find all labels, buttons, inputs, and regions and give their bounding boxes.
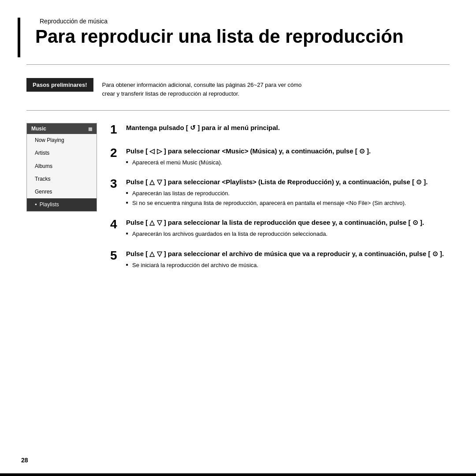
steps-section: 1 Mantenga pulsado [ ↺ ] para ir al menú… [110,123,450,280]
step-1-content: Mantenga pulsado [ ↺ ] para ir al menú p… [126,123,450,135]
sidebar-header-icon: ▦ [88,126,92,131]
prelim-text-line2: crear y transferir listas de reproducció… [102,90,239,97]
step-4-content: Pulse [ △ ▽ ] para seleccionar la lista … [126,218,450,239]
divider-top [26,64,450,65]
step-4-bullet-1: Aparecerán los archivos guardados en la … [126,230,450,238]
step-3-content: Pulse [ △ ▽ ] para seleccionar <Playlist… [126,177,450,208]
step-5-bullets: Se iniciará la reproducción del archivo … [126,261,450,270]
step-4-title: Pulse [ △ ▽ ] para seleccionar la lista … [126,218,450,227]
page-container: Reproducción de música Para reproducir u… [0,0,476,476]
sidebar-item-artists[interactable]: Artists [27,147,97,160]
prelim-badge: Pasos preliminares! [26,78,93,92]
sidebar-item-genres[interactable]: Genres [27,186,97,198]
step-2-number: 2 [110,146,126,160]
sidebar-item-tracks[interactable]: Tracks [27,173,97,186]
sidebar-item-playlists[interactable]: Playlists [27,198,97,211]
step-2: 2 Pulse [ ◁ ▷ ] para seleccionar <Music>… [110,146,450,168]
step-4-number: 4 [110,218,126,231]
step-5-number: 5 [110,249,126,263]
step-1: 1 Mantenga pulsado [ ↺ ] para ir al menú… [110,123,450,137]
step-2-bullets: Aparecerá el menú Music (Música). [126,158,450,167]
sidebar-item-albums[interactable]: Albums [27,160,97,173]
left-accent-border [18,18,20,57]
bottom-border [0,473,476,476]
sidebar-title: Music [31,126,46,132]
step-1-title: Mantenga pulsado [ ↺ ] para ir al menú p… [126,123,450,132]
prelim-text: Para obtener información adicional, cons… [102,78,302,98]
step-5-bullet-1: Se iniciará la reproducción del archivo … [126,261,450,270]
main-title: Para reproducir una lista de reproducció… [35,26,450,47]
prelim-text-line1: Para obtener información adicional, cons… [102,82,302,88]
divider-mid [26,110,450,111]
sidebar-menu: Music ▦ Now Playing Artists Albums Track… [26,123,97,212]
page-number: 28 [21,457,28,464]
step-4-bullets: Aparecerán los archivos guardados en la … [126,230,450,238]
main-content: Music ▦ Now Playing Artists Albums Track… [26,123,450,280]
prelim-section: Pasos preliminares! Para obtener informa… [26,78,450,98]
sidebar-header: Music ▦ [27,123,97,134]
step-3-title: Pulse [ △ ▽ ] para seleccionar <Playlist… [126,177,450,186]
sidebar-item-now-playing[interactable]: Now Playing [27,134,97,147]
step-3-bullets: Aparecerán las listas de reproducción. S… [126,189,450,207]
step-3: 3 Pulse [ △ ▽ ] para seleccionar <Playli… [110,177,450,208]
step-1-number: 1 [110,123,126,137]
step-3-bullet-2: Si no se encuentra ninguna lista de repr… [126,199,450,208]
step-5: 5 Pulse [ △ ▽ ] para seleccionar el arch… [110,249,450,271]
step-3-number: 3 [110,177,126,191]
step-2-title: Pulse [ ◁ ▷ ] para seleccionar <Music> (… [126,146,450,156]
step-2-bullet-1: Aparecerá el menú Music (Música). [126,158,450,167]
step-3-bullet-1: Aparecerán las listas de reproducción. [126,189,450,198]
subtitle: Reproducción de música [40,18,450,25]
step-2-content: Pulse [ ◁ ▷ ] para seleccionar <Music> (… [126,146,450,168]
step-5-title: Pulse [ △ ▽ ] para seleccionar el archiv… [126,249,450,258]
step-5-content: Pulse [ △ ▽ ] para seleccionar el archiv… [126,249,450,271]
step-4: 4 Pulse [ △ ▽ ] para seleccionar la list… [110,218,450,239]
header-section: Reproducción de música Para reproducir u… [26,18,450,47]
